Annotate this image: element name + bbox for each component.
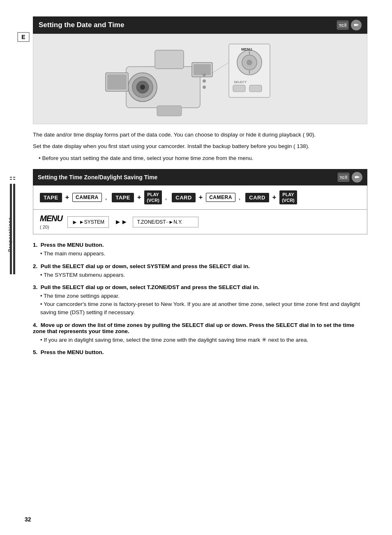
plus-3: + bbox=[199, 194, 203, 201]
camera-image-area: MENU SELECT bbox=[33, 34, 367, 124]
svg-point-14 bbox=[203, 73, 206, 76]
svg-point-7 bbox=[140, 85, 145, 90]
plus-2: + bbox=[137, 194, 141, 201]
double-arrow-icon: ►► bbox=[115, 218, 128, 226]
system-label: ►SYSTEM bbox=[79, 219, 104, 225]
step-1-bullet-1: The main menu appears. bbox=[33, 250, 367, 258]
svg-rect-30 bbox=[345, 176, 347, 179]
menu-word-container: MENU ( 20) bbox=[40, 214, 62, 230]
camera-badge-1: CAMERA bbox=[72, 193, 102, 202]
comma-1: , bbox=[105, 194, 107, 201]
menu-word: MENU bbox=[40, 214, 62, 223]
preparations-text: Preparations bbox=[8, 217, 12, 252]
menu-ref: ( 20) bbox=[40, 225, 49, 229]
page-number: 32 bbox=[25, 516, 31, 523]
svg-text:TC: TC bbox=[339, 23, 344, 28]
plus-4: + bbox=[272, 194, 276, 201]
step-5-title: 5. Press the MENU button. bbox=[33, 349, 367, 355]
step-4: 4. Move up or down the list of time zone… bbox=[33, 322, 367, 344]
camera-badge-2: CAMERA bbox=[206, 193, 235, 202]
tape-badge-2: TAPE bbox=[112, 193, 134, 202]
step-3-bullet-1: The time zone settings appear. bbox=[33, 292, 367, 300]
step-2: 2. Pull the SELECT dial up or down, sele… bbox=[33, 263, 367, 279]
step-4-bullet-1: If you are in daylight saving time, sele… bbox=[33, 336, 367, 344]
svg-point-15 bbox=[203, 79, 206, 83]
sub-header-icons: TC ✏ bbox=[338, 172, 362, 183]
step-2-title: 2. Pull the SELECT dial up or down, sele… bbox=[33, 263, 367, 269]
mode-row: TAPE + CAMERA , TAPE + PLAY(VCR) , CARD … bbox=[33, 185, 367, 210]
sub-section-header: Setting the Time Zone/Daylight Saving Ti… bbox=[33, 169, 367, 185]
tzone-menu-box: T.ZONE/DST··►N.Y. bbox=[133, 217, 198, 227]
tape-badge-1: TAPE bbox=[40, 193, 62, 202]
camera-diagram: MENU SELECT bbox=[81, 38, 319, 120]
section-title: Setting the Date and Time bbox=[39, 21, 124, 29]
card-badge-2: CARD bbox=[245, 193, 269, 202]
step-5: 5. Press the MENU button. bbox=[33, 349, 367, 355]
body-paragraph-1: The date and/or time display forms part … bbox=[33, 131, 367, 139]
body-paragraph-2: Set the date display when you first star… bbox=[33, 142, 367, 151]
menu-row: MENU ( 20) ► ►SYSTEM ►► T.ZONE/DST··►N.Y… bbox=[33, 210, 367, 234]
system-menu-box: ► ►SYSTEM bbox=[67, 216, 109, 228]
e-label-box: E bbox=[17, 32, 30, 42]
step-4-title: 4. Move up or down the list of time zone… bbox=[33, 322, 367, 334]
svg-rect-11 bbox=[157, 106, 182, 116]
step-1-title: 1. Press the MENU button. bbox=[33, 242, 367, 248]
step-3: 3. Pull the SELECT dial up or down, sele… bbox=[33, 284, 367, 317]
sub-section-title: Setting the Time Zone/Daylight Saving Ti… bbox=[38, 174, 157, 181]
double-arrow: ►► bbox=[114, 218, 128, 226]
svg-rect-26 bbox=[233, 85, 245, 92]
e-label: E bbox=[21, 34, 25, 40]
svg-rect-2 bbox=[344, 23, 346, 27]
card-badge-1: CARD bbox=[172, 193, 196, 202]
sub-pencil-icon: ✏ bbox=[352, 172, 362, 183]
svg-text:MENU: MENU bbox=[241, 47, 252, 51]
step-2-bullet-1: The SYSTEM submenu appears. bbox=[33, 271, 367, 279]
play-vcr-badge-1: PLAY(VCR) bbox=[144, 190, 162, 205]
steps-container: 1. Press the MENU button. The main menu … bbox=[33, 242, 367, 355]
arrow-right-1: ► bbox=[72, 219, 78, 225]
header-icons: TC ✏ bbox=[337, 20, 362, 30]
preparations-label: Preparations bbox=[6, 206, 14, 263]
step-3-title: 3. Pull the SELECT dial up or down, sele… bbox=[33, 284, 367, 290]
svg-rect-27 bbox=[249, 85, 262, 92]
svg-point-16 bbox=[203, 86, 206, 89]
svg-text:SELECT: SELECT bbox=[234, 80, 247, 84]
pencil-icon: ✏ bbox=[351, 20, 362, 30]
svg-line-17 bbox=[212, 63, 229, 73]
plus-1: + bbox=[65, 194, 69, 201]
step-3-bullet-2: Your camcorder's time zone is factory-pr… bbox=[33, 300, 367, 317]
body-bullet: Before you start setting the date and ti… bbox=[33, 154, 367, 162]
svg-rect-9 bbox=[194, 64, 211, 75]
play-vcr-badge-2: PLAY(VCR) bbox=[279, 190, 297, 205]
tzone-label: T.ZONE/DST··►N.Y. bbox=[137, 219, 182, 225]
section-header: Setting the Date and Time TC ✏ bbox=[33, 16, 367, 34]
svg-rect-10 bbox=[155, 50, 184, 69]
svg-point-21 bbox=[247, 60, 252, 65]
step-1: 1. Press the MENU button. The main menu … bbox=[33, 242, 367, 258]
comma-2: , bbox=[165, 194, 167, 201]
tc-icon: TC bbox=[337, 21, 348, 30]
comma-3: , bbox=[239, 194, 240, 201]
sub-tc-icon: TC bbox=[338, 173, 349, 182]
page-container: E Setting the Date and Time TC ✏ bbox=[0, 0, 392, 535]
svg-text:TC: TC bbox=[340, 176, 345, 180]
svg-rect-13 bbox=[107, 74, 127, 90]
